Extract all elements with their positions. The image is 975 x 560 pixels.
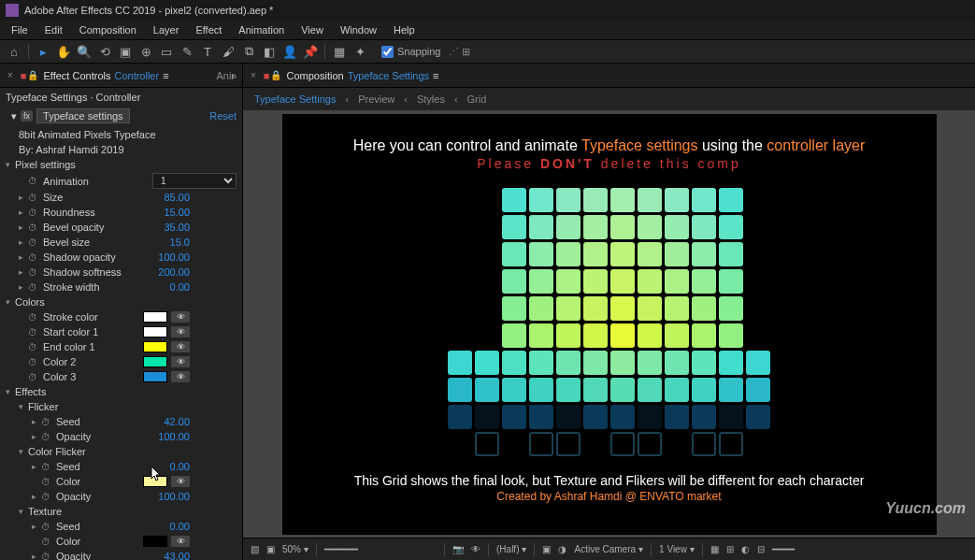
eyedropper-icon[interactable]: 👁 (171, 371, 190, 382)
stopwatch-icon[interactable]: ⏱ (41, 462, 52, 472)
roto-tool-icon[interactable]: 👤 (281, 43, 298, 60)
eyedropper-icon[interactable]: 👁 (171, 476, 190, 487)
snapshot-icon[interactable]: 📷 (452, 544, 464, 554)
property-value[interactable]: 100.00 (158, 491, 190, 502)
eyedropper-icon[interactable]: 👁 (171, 311, 190, 323)
property-value[interactable]: 15.00 (164, 207, 190, 218)
timecode-display[interactable]: ━━━━━━ (324, 544, 437, 554)
alpha-toggle-icon[interactable]: ▣ (266, 544, 275, 554)
roi-icon[interactable]: ▣ (542, 544, 551, 554)
twirl-icon[interactable]: ▸ (32, 417, 41, 426)
property-value[interactable]: 100.00 (158, 251, 190, 263)
property-value[interactable]: 0.00 (170, 521, 190, 532)
menu-composition[interactable]: Composition (72, 22, 144, 37)
twirl-icon[interactable]: ▸ (19, 208, 28, 217)
effect-controls-tab[interactable]: Effect Controls Controller ≡ (38, 70, 175, 81)
selection-tool-icon[interactable]: ▸ (35, 43, 51, 60)
grid-tool-icon[interactable]: ▦ (331, 43, 348, 60)
color-swatch[interactable] (143, 326, 167, 337)
twirl-icon[interactable]: ▸ (19, 223, 28, 232)
stopwatch-icon[interactable]: ⏱ (28, 208, 39, 218)
twirl-icon[interactable]: ▾ (6, 160, 15, 169)
twirl-icon[interactable]: ▾ (19, 402, 28, 411)
grid-icon[interactable]: ▦ (710, 544, 719, 554)
close-tab-icon[interactable]: × (251, 70, 256, 80)
twirl-icon[interactable]: ▸ (32, 432, 41, 441)
camera-tool-icon[interactable]: ▣ (117, 43, 134, 60)
tab-menu-icon[interactable]: ≡ (163, 70, 168, 81)
menu-animation[interactable]: Animation (231, 22, 292, 37)
stopwatch-icon[interactable]: ⏱ (41, 537, 52, 547)
color-swatch[interactable] (143, 536, 167, 547)
twirl-icon[interactable]: ▾ (6, 387, 15, 396)
property-value[interactable]: 35.00 (164, 222, 190, 233)
text-tool-icon[interactable]: T (199, 43, 216, 60)
twirl-icon[interactable]: ▸ (19, 267, 28, 277)
menu-file[interactable]: File (4, 22, 36, 37)
twirl-icon[interactable]: ▸ (19, 193, 28, 202)
effect-name[interactable]: Typeface settings (36, 108, 130, 123)
twirl-icon[interactable]: ▸ (19, 252, 28, 262)
twirl-icon[interactable]: ▸ (32, 552, 41, 560)
property-value[interactable]: 0.00 (170, 281, 190, 293)
menu-help[interactable]: Help (386, 22, 423, 37)
exposure-slider[interactable]: ━━━━ (772, 544, 828, 554)
wand-tool-icon[interactable]: ✦ (351, 43, 368, 60)
stopwatch-icon[interactable]: ⏱ (41, 417, 52, 427)
show-last-snapshot-icon[interactable]: 👁 (471, 544, 480, 554)
eyedropper-icon[interactable]: 👁 (171, 341, 190, 352)
twirl-icon[interactable]: ▸ (19, 237, 28, 247)
zoom-tool-icon[interactable]: 🔍 (76, 43, 93, 60)
stopwatch-icon[interactable]: ⏱ (41, 432, 52, 442)
color-swatch[interactable] (143, 311, 167, 323)
resolution-dropdown[interactable]: (Half) ▾ (496, 544, 526, 554)
animation-dropdown[interactable]: 1 (152, 173, 237, 189)
menu-edit[interactable]: Edit (37, 22, 70, 37)
property-value[interactable]: 42.00 (164, 416, 190, 427)
property-value[interactable]: 100.00 (158, 431, 190, 442)
panel-overflow-icon[interactable]: » (231, 70, 237, 81)
clone-tool-icon[interactable]: ⧉ (240, 43, 257, 60)
twirl-icon[interactable]: ▾ (19, 447, 28, 456)
twirl-icon[interactable]: ▸ (32, 462, 41, 471)
twirl-icon[interactable]: ▸ (32, 522, 41, 531)
twirl-icon[interactable]: ▾ (6, 297, 15, 307)
view-dropdown[interactable]: 1 View ▾ (659, 544, 695, 554)
composition-viewer[interactable]: Here you can control and animate Typefac… (243, 110, 975, 538)
stopwatch-icon[interactable]: ⏱ (41, 477, 52, 487)
eraser-tool-icon[interactable]: ◧ (261, 43, 278, 60)
stopwatch-icon[interactable]: ⏱ (28, 327, 39, 337)
zoom-dropdown[interactable]: 50% ▾ (282, 544, 308, 554)
stopwatch-icon[interactable]: ⏱ (28, 252, 39, 263)
mask-icon[interactable]: ◐ (741, 544, 750, 554)
eyedropper-icon[interactable]: 👁 (171, 356, 190, 367)
puppet-tool-icon[interactable]: 📌 (302, 43, 319, 60)
property-value[interactable]: 43.00 (164, 551, 190, 560)
stopwatch-icon[interactable]: ⏱ (28, 223, 39, 233)
time-nav-icon[interactable]: ⊟ (757, 544, 765, 554)
twirl-icon[interactable]: ▸ (32, 492, 41, 501)
stopwatch-icon[interactable]: ⏱ (28, 267, 39, 278)
breadcrumb-item[interactable]: Typeface Settings (254, 93, 336, 105)
twirl-icon[interactable]: ▾ (19, 507, 28, 516)
stopwatch-icon[interactable]: ⏱ (41, 552, 52, 561)
layer-toggle-icon[interactable]: ▧ (251, 544, 259, 554)
pen-tool-icon[interactable]: ✎ (179, 43, 195, 60)
guides-icon[interactable]: ⊞ (726, 544, 734, 554)
stopwatch-icon[interactable]: ⏱ (28, 282, 39, 293)
color-swatch[interactable] (143, 356, 167, 367)
snapping-checkbox[interactable] (381, 46, 394, 58)
lock-icon[interactable]: 🔒 (270, 70, 281, 80)
property-value[interactable]: 85.00 (164, 192, 190, 203)
property-value[interactable]: 0.00 (170, 461, 190, 472)
shape-tool-icon[interactable]: ▭ (158, 43, 175, 60)
twirl-icon[interactable]: ▸ (19, 282, 28, 292)
orbit-tool-icon[interactable]: ⟲ (96, 43, 113, 60)
stopwatch-icon[interactable]: ⏱ (41, 522, 52, 532)
close-tab-icon[interactable]: × (7, 70, 13, 80)
stopwatch-icon[interactable]: ⏱ (28, 193, 39, 203)
pan-behind-tool-icon[interactable]: ⊕ (137, 43, 154, 60)
property-value[interactable]: 15.0 (170, 237, 190, 248)
color-swatch[interactable] (143, 476, 167, 487)
snapping-toggle[interactable]: Snapping ⋰ ⊞ (381, 46, 470, 58)
